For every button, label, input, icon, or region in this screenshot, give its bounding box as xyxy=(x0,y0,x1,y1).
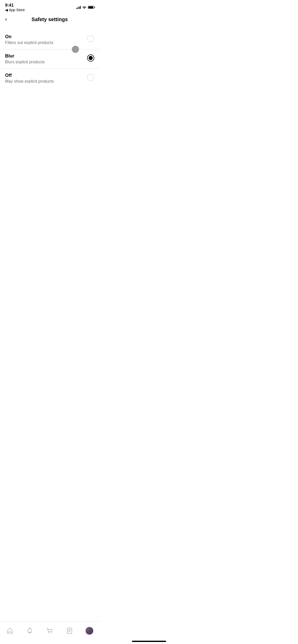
app-store-label: App Store xyxy=(9,8,25,12)
status-left: 9:41 ◀ App Store xyxy=(5,3,25,12)
setting-off-text: Off May show explicit products xyxy=(5,73,87,84)
signal-icon xyxy=(76,6,81,9)
setting-off-label: Off xyxy=(5,73,82,78)
setting-on[interactable]: On Filters out explicit products xyxy=(0,30,99,49)
settings-content: On Filters out explicit products Blur Bl… xyxy=(0,26,99,88)
setting-off-description: May show explicit products xyxy=(5,79,82,84)
setting-blur-label: Blur xyxy=(5,53,82,59)
setting-blur[interactable]: Blur Blurs explicit products xyxy=(0,49,99,68)
setting-blur-text: Blur Blurs explicit products xyxy=(5,53,87,64)
back-arrow-icon: ‹ xyxy=(5,16,7,23)
app-store-back[interactable]: ◀ App Store xyxy=(5,8,25,12)
battery-icon xyxy=(88,6,94,9)
status-indicators xyxy=(76,6,94,9)
radio-blur[interactable] xyxy=(87,54,94,62)
chevron-icon: ◀ xyxy=(5,8,8,12)
status-time: 9:41 xyxy=(5,3,14,8)
setting-off[interactable]: Off May show explicit products xyxy=(0,69,99,88)
page-title: Safety settings xyxy=(32,17,68,22)
setting-on-label: On xyxy=(5,34,82,39)
setting-blur-description: Blurs explicit products xyxy=(5,60,82,64)
back-button[interactable]: ‹ xyxy=(5,16,7,23)
status-bar: 9:41 ◀ App Store xyxy=(0,0,99,13)
setting-on-description: Filters out explicit products xyxy=(5,40,82,45)
navigation-bar: ‹ Safety settings xyxy=(0,13,99,26)
setting-on-text: On Filters out explicit products xyxy=(5,34,87,45)
radio-off[interactable] xyxy=(87,74,94,81)
radio-on[interactable] xyxy=(87,35,94,42)
wifi-icon xyxy=(82,6,86,9)
